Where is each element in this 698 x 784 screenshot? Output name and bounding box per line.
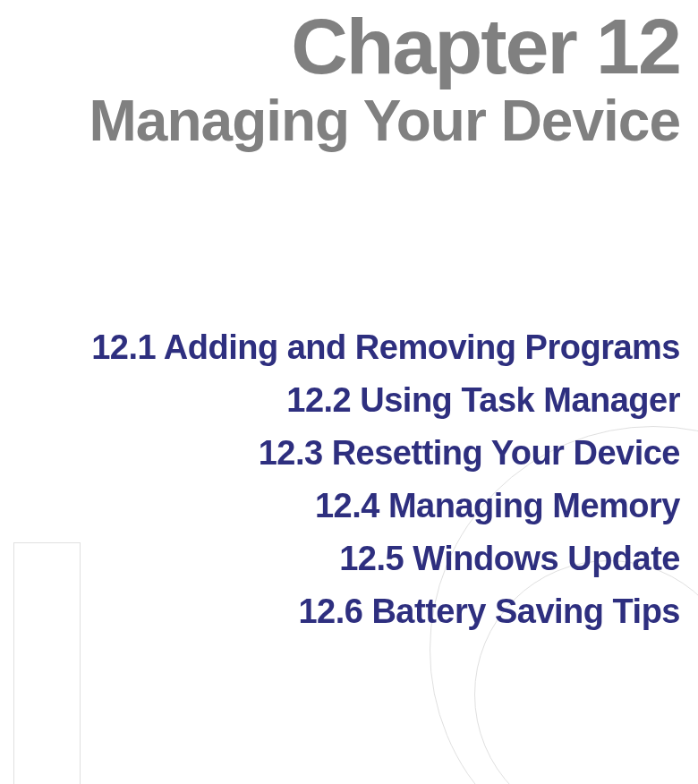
section-item: 12.5 Windows Update: [0, 533, 680, 585]
chapter-title: Managing Your Device: [0, 91, 680, 151]
section-item: 12.3 Resetting Your Device: [0, 427, 680, 480]
chapter-number: Chapter 12: [0, 7, 680, 86]
section-item: 12.6 Battery Saving Tips: [0, 585, 680, 638]
section-item: 12.2 Using Task Manager: [0, 374, 680, 427]
chapter-title-page: Chapter 12 Managing Your Device 12.1 Add…: [0, 0, 698, 784]
section-item: 12.4 Managing Memory: [0, 480, 680, 533]
section-list: 12.1 Adding and Removing Programs 12.2 U…: [0, 321, 680, 637]
section-item: 12.1 Adding and Removing Programs: [0, 321, 680, 374]
